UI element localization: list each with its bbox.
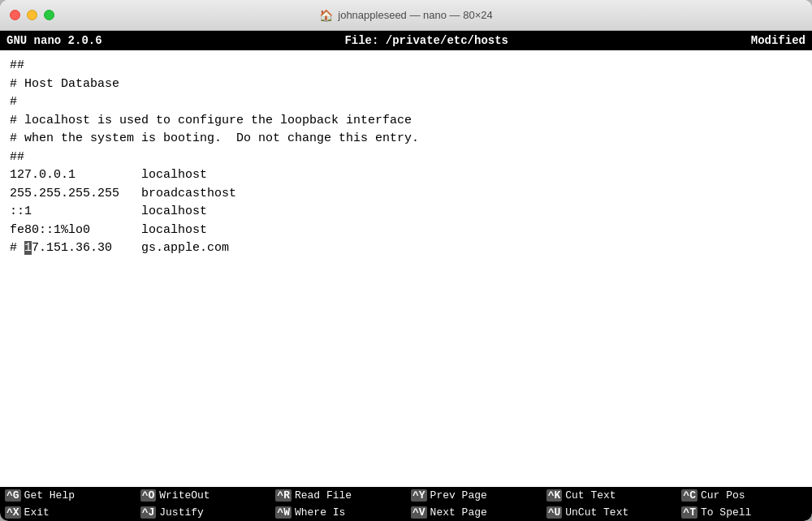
nano-footer: ^G Get Help ^O WriteOut ^R Read File ^Y …	[0, 487, 812, 521]
label-to-spell: To Spell	[701, 506, 751, 519]
house-icon: 🏠	[319, 9, 333, 22]
key-ctrl-t: ^T	[681, 506, 698, 519]
shortcut-read-file[interactable]: ^R Read File	[270, 487, 406, 504]
close-button[interactable]	[10, 10, 20, 20]
shortcut-get-help[interactable]: ^G Get Help	[0, 487, 136, 504]
shortcut-prev-page[interactable]: ^Y Prev Page	[406, 487, 542, 504]
nano-version: GNU nano 2.0.6	[6, 34, 102, 47]
maximize-button[interactable]	[44, 10, 54, 20]
label-prev-page: Prev Page	[430, 489, 487, 502]
key-ctrl-c: ^C	[681, 489, 698, 502]
shortcut-to-spell[interactable]: ^T To Spell	[676, 504, 812, 521]
minimize-button[interactable]	[27, 10, 37, 20]
shortcut-next-page[interactable]: ^V Next Page	[406, 504, 542, 521]
label-get-help: Get Help	[24, 489, 75, 502]
shortcut-cut-text[interactable]: ^K Cut Text	[542, 487, 677, 504]
key-ctrl-j: ^J	[140, 506, 157, 519]
shortcut-exit[interactable]: ^X Exit	[0, 504, 136, 521]
nano-filename: File: /private/etc/hosts	[344, 34, 508, 47]
nano-content[interactable]: ## # Host Database # # localhost is used…	[0, 50, 812, 487]
label-cut-text: Cut Text	[565, 489, 615, 502]
shortcut-where-is[interactable]: ^W Where Is	[270, 504, 406, 521]
shortcut-uncut-text[interactable]: ^U UnCut Text	[542, 504, 677, 521]
title-bar: 🏠 johnappleseed — nano — 80×24	[0, 0, 812, 31]
key-ctrl-x: ^X	[5, 506, 21, 519]
label-next-page: Next Page	[430, 506, 487, 519]
window: 🏠 johnappleseed — nano — 80×24 GNU nano …	[0, 0, 812, 521]
nano-editor[interactable]: GNU nano 2.0.6 File: /private/etc/hosts …	[0, 31, 812, 521]
label-read-file: Read File	[295, 489, 352, 502]
key-ctrl-y: ^Y	[411, 489, 427, 502]
label-justify: Justify	[159, 506, 204, 519]
label-uncut-text: UnCut Text	[565, 506, 628, 519]
nano-header: GNU nano 2.0.6 File: /private/etc/hosts …	[0, 31, 812, 50]
shortcut-cur-pos[interactable]: ^C Cur Pos	[676, 487, 812, 504]
cursor: 1	[24, 241, 32, 255]
key-ctrl-w: ^W	[275, 506, 292, 519]
key-ctrl-u: ^U	[546, 506, 563, 519]
nano-status: Modified	[751, 34, 806, 47]
traffic-lights	[10, 10, 54, 20]
label-where-is: Where Is	[295, 506, 345, 519]
label-writeout: WriteOut	[159, 489, 209, 502]
title-text: 🏠 johnappleseed — nano — 80×24	[319, 9, 492, 22]
key-ctrl-o: ^O	[140, 489, 157, 502]
key-ctrl-r: ^R	[275, 489, 292, 502]
window-title: johnappleseed — nano — 80×24	[338, 9, 492, 21]
key-ctrl-v: ^V	[411, 506, 427, 519]
label-exit: Exit	[24, 506, 50, 519]
label-cur-pos: Cur Pos	[701, 489, 745, 502]
key-ctrl-g: ^G	[5, 489, 21, 502]
key-ctrl-k: ^K	[546, 489, 563, 502]
editor-text: ## # Host Database # # localhost is used…	[10, 57, 802, 258]
shortcut-grid: ^G Get Help ^O WriteOut ^R Read File ^Y …	[0, 487, 812, 521]
shortcut-justify[interactable]: ^J Justify	[136, 504, 271, 521]
shortcut-writeout[interactable]: ^O WriteOut	[136, 487, 271, 504]
